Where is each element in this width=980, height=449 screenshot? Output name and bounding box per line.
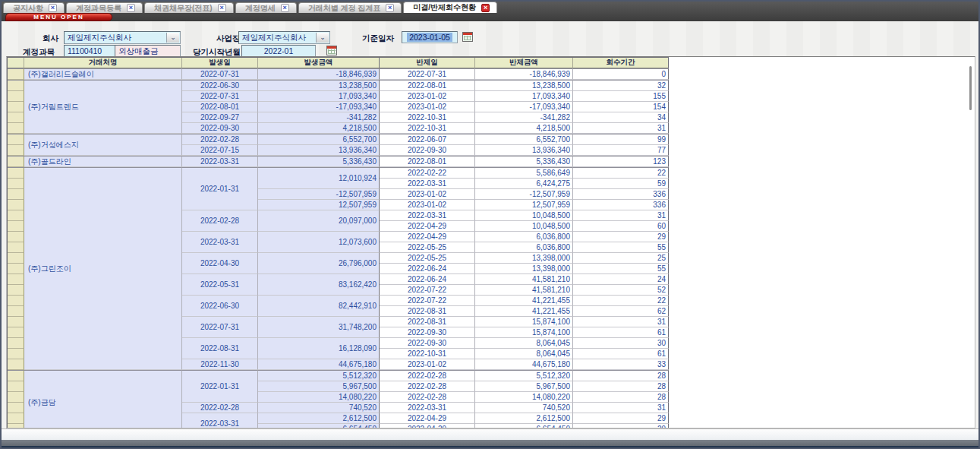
occur-date-cell[interactable]: 2022-01-31 [182, 370, 258, 403]
settle-amount-cell[interactable]: 14,080,220 [475, 392, 573, 403]
occur-date-cell[interactable]: 2022-07-31 [182, 68, 258, 80]
collect-days-cell[interactable]: 155 [573, 91, 669, 102]
settle-amount-cell[interactable]: -18,846,939 [475, 68, 573, 80]
row-indicator[interactable] [8, 68, 24, 80]
settle-amount-cell[interactable]: 6,036,800 [475, 242, 573, 253]
settle-date-cell[interactable]: 2022-08-31 [380, 317, 475, 327]
occur-date-cell[interactable]: 2022-03-31 [182, 413, 258, 428]
settle-date-cell[interactable]: 2022-02-28 [380, 381, 475, 392]
settle-date-cell[interactable]: 2022-05-25 [380, 253, 475, 264]
row-indicator[interactable] [8, 167, 24, 179]
occur-amount-cell[interactable]: 16,128,090 [258, 338, 380, 359]
row-indicator[interactable] [8, 349, 24, 359]
row-indicator[interactable] [8, 253, 24, 264]
customer-name-cell[interactable]: (주)거림트렌드 [24, 80, 182, 134]
collect-days-cell[interactable]: 62 [573, 306, 669, 317]
occur-amount-cell[interactable]: 82,442,910 [258, 296, 380, 317]
occur-amount-cell[interactable]: 44,675,180 [258, 359, 380, 370]
account-code-input[interactable]: 11100410 [64, 45, 115, 57]
occur-amount-cell[interactable]: 12,507,959 [258, 200, 380, 210]
settle-amount-cell[interactable]: 41,581,210 [475, 274, 573, 285]
collect-days-cell[interactable]: 31 [573, 317, 669, 327]
occur-date-cell[interactable]: 2022-09-30 [182, 123, 258, 134]
row-indicator[interactable] [8, 134, 24, 145]
collect-days-cell[interactable]: 336 [573, 189, 669, 200]
settle-amount-cell[interactable]: 8,064,045 [475, 349, 573, 359]
settle-amount-cell[interactable]: 17,093,340 [475, 91, 573, 102]
menu-open-button[interactable]: MENU OPEN [5, 13, 112, 21]
occur-amount-cell[interactable]: 5,336,430 [258, 156, 380, 167]
settle-date-cell[interactable]: 2022-04-29 [380, 232, 475, 242]
customer-name-cell[interactable]: (주)거성에스지 [24, 134, 182, 156]
settle-date-cell[interactable]: 2022-07-31 [380, 68, 475, 80]
settle-amount-cell[interactable]: 41,221,455 [475, 296, 573, 306]
occur-amount-cell[interactable]: 31,748,200 [258, 317, 380, 338]
collect-days-cell[interactable]: 22 [573, 167, 669, 179]
collect-days-cell[interactable]: 61 [573, 327, 669, 338]
tab-close-icon[interactable]: × [127, 4, 135, 12]
settle-amount-cell[interactable]: 5,512,320 [475, 370, 573, 381]
settle-amount-cell[interactable]: -341,282 [475, 112, 573, 123]
base-date-input[interactable]: 2023-01-05 [402, 31, 458, 43]
settle-amount-cell[interactable]: 6,424,275 [475, 179, 573, 189]
collect-days-cell[interactable]: 34 [573, 112, 669, 123]
row-indicator[interactable] [8, 327, 24, 338]
table-row[interactable]: (주)거성에스지2022-02-286,552,7002022-06-076,5… [8, 134, 669, 145]
settle-date-cell[interactable]: 2022-02-22 [380, 167, 475, 179]
settle-date-cell[interactable]: 2022-07-22 [380, 285, 475, 296]
occur-amount-cell[interactable]: 740,520 [258, 403, 380, 413]
tab-close-icon[interactable]: × [281, 4, 289, 12]
collect-days-cell[interactable]: 22 [573, 296, 669, 306]
collect-days-cell[interactable]: 31 [573, 210, 669, 221]
tab-1[interactable]: 공지사항× [3, 2, 65, 13]
occur-date-cell[interactable]: 2022-07-15 [182, 145, 258, 156]
occur-date-cell[interactable]: 2022-03-31 [182, 232, 258, 253]
occur-date-cell[interactable]: 2022-08-31 [182, 338, 258, 359]
occur-amount-cell[interactable]: 17,093,340 [258, 91, 380, 102]
collect-days-cell[interactable]: 29 [573, 413, 669, 424]
customer-name-cell[interactable]: (주)그린조이 [24, 167, 182, 370]
settle-date-cell[interactable]: 2022-09-30 [380, 327, 475, 338]
row-indicator[interactable] [8, 359, 24, 370]
occur-amount-cell[interactable]: 20,097,000 [258, 210, 380, 232]
account-name-field[interactable]: 외상매출금 [115, 45, 181, 57]
settle-amount-cell[interactable]: -12,507,959 [475, 189, 573, 200]
table-row[interactable]: (주)골드라인2022-03-315,336,4302022-08-015,33… [8, 156, 669, 167]
row-indicator[interactable] [8, 242, 24, 253]
row-indicator[interactable] [8, 210, 24, 221]
collect-days-cell[interactable]: 32 [573, 80, 669, 91]
occur-amount-cell[interactable]: -18,846,939 [258, 68, 380, 80]
row-indicator[interactable] [8, 317, 24, 327]
settle-amount-cell[interactable]: 44,675,180 [475, 359, 573, 370]
customer-name-cell[interactable]: (주)금담 [24, 370, 182, 428]
occur-date-cell[interactable]: 2022-06-30 [182, 296, 258, 317]
row-indicator[interactable] [8, 156, 24, 167]
occur-amount-cell[interactable]: -17,093,340 [258, 102, 380, 112]
tab-close-icon[interactable]: × [218, 4, 226, 12]
settle-amount-cell[interactable]: 13,398,000 [475, 264, 573, 274]
occur-amount-cell[interactable]: 13,238,500 [258, 80, 380, 91]
row-indicator[interactable] [8, 264, 24, 274]
settle-date-cell[interactable]: 2022-04-29 [380, 221, 475, 232]
row-indicator[interactable] [8, 179, 24, 189]
row-indicator[interactable] [8, 80, 24, 91]
row-indicator[interactable] [8, 221, 24, 232]
occur-amount-cell[interactable]: 12,010,924 [258, 167, 380, 189]
row-indicator[interactable] [8, 112, 24, 123]
collect-days-cell[interactable]: 336 [573, 200, 669, 210]
calendar-icon[interactable] [462, 32, 473, 42]
occur-amount-cell[interactable]: 6,552,700 [258, 134, 380, 145]
row-indicator[interactable] [8, 274, 24, 285]
collect-days-cell[interactable]: 30 [573, 338, 669, 349]
occur-amount-cell[interactable]: 5,967,500 [258, 381, 380, 392]
row-indicator[interactable] [8, 189, 24, 200]
occur-date-cell[interactable]: 2022-01-31 [182, 167, 258, 210]
occur-date-cell[interactable]: 2022-09-27 [182, 112, 258, 123]
occur-amount-cell[interactable]: 4,218,500 [258, 123, 380, 134]
collect-days-cell[interactable]: 52 [573, 285, 669, 296]
settle-amount-cell[interactable]: 5,586,649 [475, 167, 573, 179]
row-indicator[interactable] [8, 285, 24, 296]
collect-days-cell[interactable]: 29 [573, 232, 669, 242]
collect-days-cell[interactable]: 28 [573, 392, 669, 403]
occur-date-cell[interactable]: 2022-04-30 [182, 253, 258, 274]
